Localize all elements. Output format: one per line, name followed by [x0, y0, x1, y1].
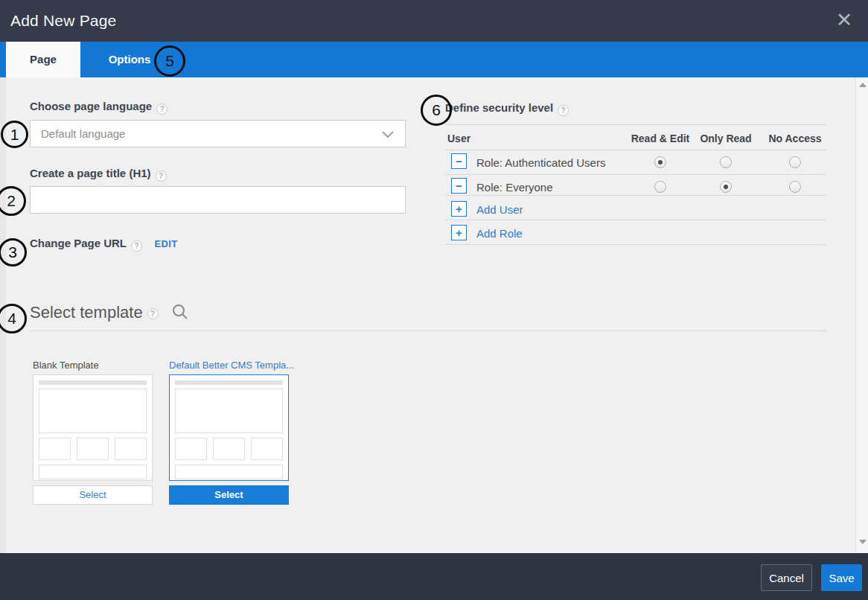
annotation-circle-6: 6 — [421, 95, 452, 126]
language-dropdown[interactable]: Default language — [30, 120, 406, 147]
edit-url-link[interactable]: EDIT — [154, 238, 177, 249]
cancel-button[interactable]: Cancel — [761, 564, 812, 591]
radio-only-read[interactable] — [720, 156, 732, 168]
add-new-page-dialog: Add New Page ✕ Page Options Choose page … — [0, 0, 868, 600]
radio-read-edit[interactable] — [654, 156, 666, 168]
chevron-down-icon — [381, 129, 395, 142]
wireframe-col-box — [251, 438, 283, 460]
radio-no-access[interactable] — [789, 181, 801, 193]
security-row-name: Role: Everyone — [476, 181, 553, 194]
tab-page[interactable]: Page — [6, 42, 80, 77]
add-role-plus-button[interactable]: + — [451, 225, 467, 240]
help-icon[interactable]: ? — [156, 103, 167, 115]
annotation-circle-1: 1 — [1, 121, 28, 148]
scroll-down-icon[interactable] — [859, 540, 867, 544]
scroll-up-icon[interactable] — [859, 83, 867, 87]
page-url-row: Change Page URL? EDIT — [30, 237, 178, 252]
help-icon[interactable]: ? — [147, 308, 159, 319]
remove-row-button[interactable]: − — [451, 153, 467, 169]
dialog-title: Add New Page — [10, 0, 117, 42]
select-template-heading: Select template? — [30, 303, 188, 325]
add-user-plus-button[interactable]: + — [451, 201, 467, 217]
wireframe-col-box — [39, 438, 71, 460]
dialog-footer: Cancel Save — [0, 553, 868, 600]
security-col-read-edit: Read & Edit — [627, 133, 694, 144]
help-icon[interactable]: ? — [131, 240, 142, 252]
security-col-only-read: Only Read — [692, 133, 759, 144]
security-heading: Define security level? — [445, 101, 569, 116]
wireframe-col-box — [77, 438, 109, 460]
page-title-label: Create a page title (H1)? — [30, 167, 167, 182]
template-name-default: Default Better CMS Templa... — [169, 360, 294, 371]
wireframe-topbar — [175, 380, 283, 385]
wireframe-header-box — [175, 389, 283, 433]
page-title-input[interactable] — [30, 186, 406, 214]
save-button[interactable]: Save — [821, 564, 862, 591]
add-role-link[interactable]: Add Role — [476, 227, 523, 240]
annotation-circle-5: 5 — [154, 45, 185, 77]
wireframe-header-box — [39, 389, 147, 433]
add-user-link[interactable]: Add User — [476, 203, 523, 216]
template-name-blank: Blank Template — [33, 360, 99, 371]
wireframe-col-box — [213, 438, 245, 460]
select-blank-template-button[interactable]: Select — [33, 485, 153, 505]
wireframe-footer-box — [39, 465, 147, 479]
wireframe-footer-box — [175, 465, 283, 479]
page-url-label: Change Page URL — [30, 237, 127, 249]
tab-bar: Page Options — [0, 42, 868, 77]
dialog-header: Add New Page ✕ — [0, 0, 868, 42]
template-card-default[interactable] — [169, 374, 289, 481]
radio-only-read[interactable] — [720, 181, 732, 193]
radio-no-access[interactable] — [789, 156, 801, 168]
language-dropdown-value: Default language — [41, 121, 125, 147]
select-default-template-button[interactable]: Select — [169, 485, 289, 505]
help-icon[interactable]: ? — [558, 105, 569, 116]
wireframe-col-box — [175, 438, 207, 460]
wireframe-col-box — [115, 438, 147, 460]
help-icon[interactable]: ? — [156, 170, 167, 182]
dialog-content: Choose page language? Default language C… — [0, 77, 868, 553]
security-col-user: User — [447, 133, 470, 144]
close-icon[interactable]: ✕ — [828, 0, 861, 42]
search-icon[interactable] — [172, 304, 188, 325]
language-label: Choose page language? — [30, 100, 167, 115]
template-divider — [30, 331, 826, 331]
template-card-blank[interactable] — [33, 374, 153, 481]
radio-read-edit[interactable] — [654, 181, 666, 193]
wireframe-topbar — [39, 380, 147, 385]
security-row-name: Role: Authenticated Users — [476, 156, 605, 169]
vertical-scrollbar[interactable] — [855, 77, 868, 553]
security-col-no-access: No Access — [762, 133, 829, 144]
remove-row-button[interactable]: − — [451, 178, 467, 194]
